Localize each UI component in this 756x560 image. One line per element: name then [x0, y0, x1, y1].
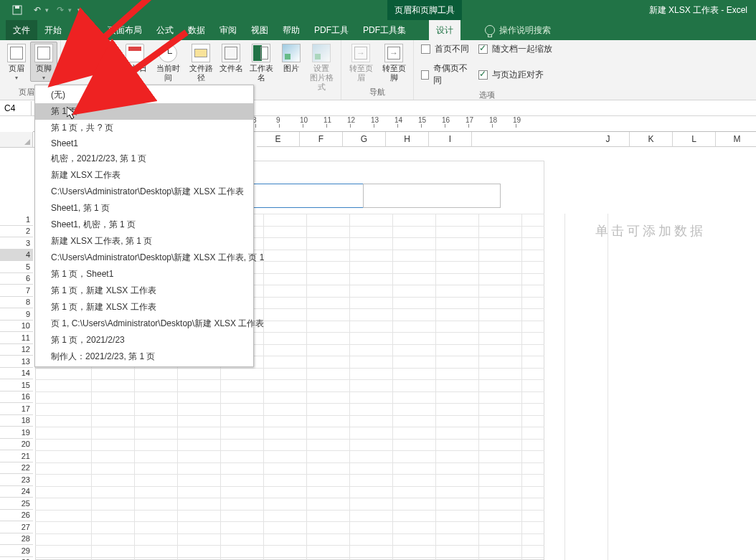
- goto-footer-label: 转至页脚: [379, 64, 409, 82]
- row-header[interactable]: 25: [0, 498, 33, 510]
- undo-icon[interactable]: ↶: [27, 0, 47, 20]
- footer-menu-item[interactable]: Sheet1, 第 1 页: [35, 200, 253, 217]
- row-header[interactable]: 4: [0, 250, 33, 262]
- footer-menu-item[interactable]: C:\Users\Administrator\Desktop\新建 XLSX 工…: [35, 250, 253, 266]
- row-header[interactable]: 20: [0, 439, 33, 451]
- footer-menu-item[interactable]: 新建 XLSX 工作表, 第 1 页: [35, 233, 253, 250]
- column-header[interactable]: M: [716, 132, 756, 147]
- row-header[interactable]: 11: [0, 332, 33, 344]
- column-header[interactable]: L: [673, 132, 716, 147]
- row-header[interactable]: 8: [0, 297, 33, 309]
- footer-dropdown-menu[interactable]: (无)第 1 页第 1 页，共 ? 页Sheet1机密，2021/2/23, 第…: [34, 85, 254, 367]
- checkbox-diff-first[interactable]: [421, 44, 430, 54]
- picture-button[interactable]: 图片: [278, 42, 305, 92]
- row-header[interactable]: 29: [0, 545, 33, 557]
- tab-pdf-toolset[interactable]: PDF工具集: [356, 20, 413, 40]
- filename-label: 文件名: [219, 64, 243, 73]
- tell-me-search[interactable]: 操作说明搜索: [475, 20, 561, 40]
- footer-menu-item[interactable]: 新建 XLSX 工作表: [35, 167, 253, 184]
- name-box[interactable]: C4: [0, 101, 32, 115]
- row-header[interactable]: 14: [0, 368, 33, 380]
- footer-caret: ▾: [42, 75, 45, 81]
- tab-file[interactable]: 文件: [6, 20, 37, 40]
- tab-pdf-tools[interactable]: PDF工具: [307, 20, 356, 40]
- sheet-label: 工作表名: [246, 64, 276, 82]
- row-header[interactable]: 5: [0, 261, 33, 273]
- tab-page-layout[interactable]: 页面布局: [100, 20, 149, 40]
- scale-with-doc-label: 随文档一起缩放: [492, 43, 552, 55]
- row-header[interactable]: 7: [0, 285, 33, 297]
- goto-header-button: 转至页眉: [344, 42, 377, 82]
- row-header[interactable]: 12: [0, 344, 33, 356]
- row-header[interactable]: 17: [0, 403, 33, 415]
- tab-home[interactable]: 开始: [37, 20, 69, 40]
- row-header[interactable]: 19: [0, 427, 33, 439]
- add-data-placeholder[interactable]: 单击可添加数据: [590, 218, 753, 244]
- footer-menu-item[interactable]: 第 1 页，新建 XLSX 工作表: [35, 299, 253, 315]
- row-header[interactable]: 28: [0, 533, 33, 546]
- row-header[interactable]: 23: [0, 474, 33, 486]
- undo-caret[interactable]: ▾: [45, 6, 49, 14]
- row-header[interactable]: 1: [0, 214, 33, 226]
- hf-right-section[interactable]: [363, 184, 501, 208]
- footer-menu-item[interactable]: 第 1 页，共 ? 页: [35, 120, 253, 136]
- header-button[interactable]: 页眉 ▾: [3, 42, 30, 82]
- header-icon: [7, 44, 26, 62]
- row-header[interactable]: 18: [0, 415, 33, 427]
- footer-menu-item[interactable]: 第 1 页，Sheet1: [35, 266, 253, 283]
- column-header[interactable]: F: [300, 132, 343, 147]
- footer-menu-item[interactable]: Sheet1, 机密，第 1 页: [35, 217, 253, 233]
- tab-formulas[interactable]: 公式: [149, 20, 181, 40]
- tab-help[interactable]: 帮助: [275, 20, 307, 40]
- row-header[interactable]: 24: [0, 486, 33, 498]
- footer-button[interactable]: 页脚 ▾: [30, 42, 57, 82]
- row-header[interactable]: 2: [0, 226, 33, 238]
- footer-menu-item[interactable]: 机密，2021/2/23, 第 1 页: [35, 151, 253, 167]
- row-header[interactable]: 30: [0, 557, 33, 561]
- row-headers: 1234567891011121314151617181920212223242…: [0, 161, 33, 560]
- row-header[interactable]: 22: [0, 462, 33, 475]
- tab-view[interactable]: 视图: [244, 20, 275, 40]
- footer-icon: [34, 44, 53, 62]
- checkbox-diff-odd-even[interactable]: [421, 70, 429, 80]
- row-header[interactable]: 27: [0, 521, 33, 533]
- tab-data[interactable]: 数据: [181, 20, 212, 40]
- row-header[interactable]: 21: [0, 450, 33, 462]
- row-header[interactable]: 10: [0, 321, 33, 333]
- footer-menu-item[interactable]: 制作人：2021/2/23, 第 1 页: [35, 348, 253, 365]
- footer-menu-item[interactable]: Sheet1: [35, 136, 253, 151]
- goto-footer-button[interactable]: 转至页脚: [377, 42, 410, 82]
- tab-insert[interactable]: 插入: [69, 20, 100, 40]
- row-header[interactable]: 15: [0, 379, 33, 391]
- footer-menu-item[interactable]: (无): [35, 87, 253, 103]
- footer-menu-item[interactable]: 第 1 页，新建 XLSX 工作表: [35, 283, 253, 299]
- footer-menu-item[interactable]: 第 1 页: [35, 103, 253, 120]
- row-header[interactable]: 26: [0, 510, 33, 522]
- checkbox-align-margins[interactable]: [478, 70, 488, 80]
- footer-menu-item[interactable]: 第 1 页，2021/2/23: [35, 332, 253, 348]
- tab-design[interactable]: 设计: [429, 20, 460, 40]
- redo-icon[interactable]: ↷: [50, 0, 70, 20]
- align-margins-label: 与页边距对齐: [492, 69, 544, 81]
- footer-menu-item[interactable]: 页 1, C:\Users\Administrator\Desktop\新建 X…: [35, 315, 253, 332]
- column-header[interactable]: J: [587, 132, 630, 147]
- tab-review[interactable]: 审阅: [212, 20, 244, 40]
- column-header[interactable]: G: [343, 132, 386, 147]
- row-header[interactable]: 16: [0, 391, 33, 404]
- checkbox-scale-with-doc[interactable]: [478, 44, 488, 54]
- picfmt-label: 设置 图片格式: [306, 64, 336, 92]
- column-header[interactable]: H: [386, 132, 429, 147]
- row-header[interactable]: 9: [0, 308, 33, 321]
- column-header[interactable]: I: [429, 132, 472, 147]
- qat-customize-caret[interactable]: ▾: [77, 6, 81, 14]
- row-header[interactable]: 6: [0, 273, 33, 285]
- row-header[interactable]: 13: [0, 356, 33, 368]
- footer-menu-item[interactable]: C:\Users\Administrator\Desktop\新建 XLSX 工…: [35, 184, 253, 200]
- redo-caret[interactable]: ▾: [68, 6, 72, 14]
- select-all-triangle[interactable]: [0, 132, 33, 148]
- folder-icon: [192, 44, 210, 62]
- row-header[interactable]: 3: [0, 237, 33, 250]
- column-header[interactable]: K: [630, 132, 673, 147]
- column-header[interactable]: E: [257, 132, 300, 147]
- save-icon[interactable]: [7, 0, 27, 20]
